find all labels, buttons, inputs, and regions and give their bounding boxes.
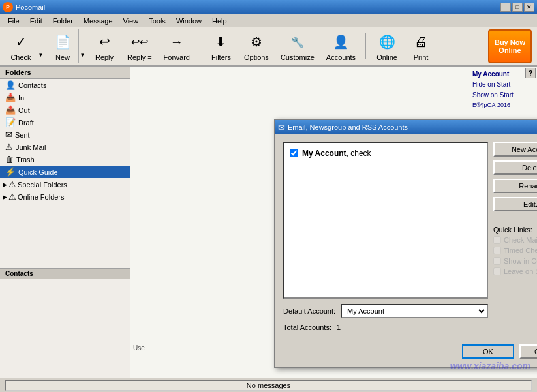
sidebar-item-junkmail[interactable]: ⚠ Junk Mail <box>0 141 130 153</box>
sidebar-item-in[interactable]: 📥 In <box>0 91 130 104</box>
check-icon: ✓ <box>10 31 31 52</box>
reply-button[interactable]: ↩ Reply <box>89 29 120 63</box>
menu-edit[interactable]: Edit <box>25 16 48 26</box>
sidebar-item-draft[interactable]: 📝 Draft <box>0 116 130 128</box>
show-console-label: Show in Console <box>504 257 537 265</box>
check-dropdown-arrow[interactable]: ▼ <box>37 29 44 63</box>
account-checkbox[interactable] <box>290 149 298 157</box>
new-icon: 📄 <box>52 31 73 52</box>
edit-button[interactable]: Edit... <box>493 197 537 211</box>
forward-button[interactable]: → Forward <box>159 29 194 63</box>
status-message: No messages <box>5 380 532 391</box>
online-button[interactable]: 🌐 Online <box>371 29 403 63</box>
check-btn-group: ✓ Check ▼ <box>5 29 44 63</box>
quickguide-icon: ⚡ <box>5 167 16 177</box>
app-title: Pocomail <box>16 3 45 11</box>
online-icon: 🌐 <box>376 31 397 52</box>
minimize-button[interactable]: _ <box>500 3 511 12</box>
right-panel-line3: Show on Start <box>472 90 534 100</box>
sidebar-item-out[interactable]: 📤 Out <box>0 104 130 116</box>
ok-button[interactable]: OK <box>462 344 514 359</box>
dialog-left-panel: My Account, check Default Account: My Ac… <box>283 142 488 331</box>
sidebar-item-trash[interactable]: 🗑 Trash <box>0 153 130 166</box>
reply-all-icon: ↩↩ <box>129 31 150 52</box>
accounts-icon: 👤 <box>330 31 351 52</box>
junk-icon: ⚠ <box>5 142 13 152</box>
sidebar-group-specialfolders[interactable]: ▶ ⚠ Special Folders <box>0 178 130 190</box>
sidebar-item-contacts[interactable]: 👤 Contacts <box>0 79 130 91</box>
show-console-row: Show in Console <box>493 257 537 265</box>
rename-button[interactable]: Rename <box>493 179 537 193</box>
leave-server-row: Leave on Server <box>493 267 537 275</box>
onlinefolders-arrow: ▶ <box>3 194 7 200</box>
specialfolders-icon: ⚠ <box>8 179 16 189</box>
accounts-button[interactable]: 👤 Accounts <box>322 29 360 63</box>
total-accounts-value: 1 <box>337 324 341 331</box>
dialog-right-panel: New Account Delete Rename Edit... Quick … <box>493 142 537 331</box>
delete-button[interactable]: Delete <box>493 160 537 175</box>
check-button[interactable]: ✓ Check <box>5 29 37 63</box>
account-list-box[interactable]: My Account, check <box>283 142 488 299</box>
status-bar: No messages <box>0 378 537 392</box>
options-icon: ⚙ <box>246 31 267 52</box>
buy-now-button[interactable]: Buy Now Online <box>488 29 532 63</box>
check-mail-checkbox[interactable] <box>493 236 501 244</box>
folders-header: Folders <box>0 67 130 79</box>
print-icon: 🖨 <box>410 31 431 52</box>
menu-message[interactable]: Message <box>78 16 118 26</box>
menu-file[interactable]: File <box>3 16 25 26</box>
menu-view[interactable]: View <box>118 16 144 26</box>
forward-icon: → <box>166 31 187 52</box>
draft-icon: 📝 <box>5 117 16 127</box>
reply-all-button[interactable]: ↩↩ Reply = <box>123 29 157 63</box>
menu-help[interactable]: Help <box>207 16 232 26</box>
dialog-title-text: Email, Newsgroup and RSS Accounts <box>288 123 408 131</box>
right-panel-line4: Ê®¶pÔÂ 2016 <box>472 100 534 110</box>
menu-window[interactable]: Window <box>171 16 207 26</box>
show-console-checkbox[interactable] <box>493 257 501 265</box>
watermark: www.xiazaiba.com <box>450 361 530 371</box>
dialog-body: My Account, check Default Account: My Ac… <box>275 134 537 339</box>
timed-check-label: Timed Check <box>504 247 537 254</box>
leave-server-checkbox[interactable] <box>493 267 501 275</box>
options-button[interactable]: ⚙ Options <box>239 29 273 63</box>
dialog-title-icon: ✉ <box>278 123 285 132</box>
reply-icon: ↩ <box>94 31 115 52</box>
default-account-select[interactable]: My Account <box>341 304 488 318</box>
customize-button[interactable]: 🔧 Customize <box>276 29 319 63</box>
accounts-dialog: ✉ Email, Newsgroup and RSS Accounts _ □ … <box>274 119 537 368</box>
contacts-section[interactable]: Contacts <box>0 268 130 279</box>
right-panel-line2: Hide on Start <box>472 80 534 90</box>
toolbar-sep-1 <box>200 33 200 59</box>
customize-icon: 🔧 <box>287 31 308 52</box>
new-btn-group: 📄 New ▼ <box>47 29 86 63</box>
out-icon: 📤 <box>5 105 16 115</box>
toolbar-sep-2 <box>365 33 366 59</box>
sidebar-item-quickguide[interactable]: ⚡ Quick Guide <box>0 166 130 178</box>
sidebar-item-sent[interactable]: ✉ Sent <box>0 128 130 141</box>
filters-button[interactable]: ⬇ Filters <box>206 29 237 63</box>
sidebar: Folders 👤 Contacts 📥 In 📤 Out 📝 Draft ✉ … <box>0 67 130 391</box>
maximize-button[interactable]: □ <box>512 3 523 12</box>
print-button[interactable]: 🖨 Print <box>405 29 437 63</box>
cancel-button[interactable]: Cancel <box>519 344 537 359</box>
account-suffix: , check <box>346 149 371 158</box>
right-panel-line1: My Account <box>472 69 534 80</box>
timed-check-checkbox[interactable] <box>493 247 501 254</box>
sidebar-group-onlinefolders[interactable]: ▶ ⚠ Online Folders <box>0 190 130 203</box>
quick-links-label: Quick Links: <box>493 226 537 234</box>
filters-icon: ⬇ <box>211 31 232 52</box>
app-icon: P <box>3 2 13 12</box>
new-account-button[interactable]: New Account <box>493 142 537 157</box>
account-entry-myaccount: My Account, check <box>287 146 484 160</box>
new-dropdown-arrow[interactable]: ▼ <box>78 29 86 63</box>
title-bar-controls: _ □ ✕ <box>500 3 534 12</box>
default-account-label: Default Account: <box>283 307 335 315</box>
close-button[interactable]: ✕ <box>524 3 534 12</box>
onlinefolders-icon: ⚠ <box>8 192 16 202</box>
check-mail-label: Check Mail <box>504 236 537 244</box>
menu-tools[interactable]: Tools <box>144 16 171 26</box>
new-button[interactable]: 📄 New <box>47 29 78 63</box>
menu-folder[interactable]: Folder <box>48 16 78 26</box>
total-accounts-row: Total Accounts: 1 <box>283 324 488 331</box>
